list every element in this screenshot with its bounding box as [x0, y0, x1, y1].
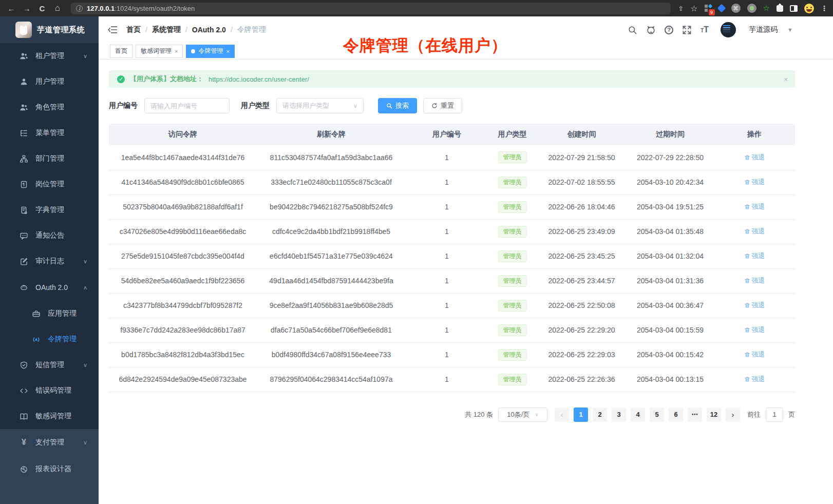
force-logout-label: 强退 — [752, 350, 765, 359]
sidebar-item-department[interactable]: 部门管理 — [0, 146, 99, 171]
breadcrumb-system[interactable]: 系统管理 — [152, 25, 181, 34]
sidebar-item-dict[interactable]: 字典管理 — [0, 197, 99, 223]
back-icon[interactable]: ← — [5, 2, 17, 14]
table-header-row: 访问令牌 刷新令牌 用户编号 用户类型 创建时间 过期时间 操作 — [109, 124, 795, 145]
created-at-cell: 2022-06-25 23:49:09 — [537, 219, 627, 244]
sidebar-item-user[interactable]: 用户管理 — [0, 69, 99, 94]
page-size-select[interactable]: 10条/页 ∨ — [498, 408, 547, 422]
breadcrumb-home[interactable]: 首页 — [126, 25, 141, 34]
profile-emoji-icon[interactable] — [804, 4, 814, 13]
sidebar-item-sms[interactable]: 短信管理 ∨ — [0, 352, 99, 378]
force-logout-button[interactable]: 强退 — [744, 153, 765, 162]
user-id-cell: 1 — [406, 268, 488, 293]
close-icon[interactable]: × — [175, 48, 178, 54]
breadcrumb-oauth[interactable]: OAuth 2.0 — [192, 26, 226, 34]
force-logout-button[interactable]: 强退 — [744, 350, 765, 359]
sidebar-logo[interactable]: 芋道管理系统 — [0, 16, 99, 43]
github-icon[interactable] — [646, 25, 656, 35]
puzzle-extension-icon[interactable] — [777, 5, 783, 12]
sidebar-item-post[interactable]: 岗位管理 — [0, 171, 99, 197]
more-pages-button[interactable]: ⋯ — [688, 408, 702, 422]
username[interactable]: 芋道源码 — [749, 25, 778, 34]
page-button-3[interactable]: 3 — [612, 408, 626, 422]
chevron-down-icon[interactable]: ▼ — [787, 27, 793, 33]
tab-home[interactable]: 首页 — [110, 45, 132, 58]
command-extension-icon[interactable]: ⌘ — [731, 4, 741, 13]
kebab-menu-icon[interactable]: ⋮ — [821, 4, 828, 12]
sidebar-item-pay[interactable]: ¥ 支付管理 ∨ — [0, 429, 99, 456]
force-logout-button[interactable]: 强退 — [744, 325, 765, 335]
sidebar-item-tenant[interactable]: 租户管理 ∨ — [0, 43, 99, 69]
sidebar-item-oauth-app[interactable]: 应用管理 — [0, 301, 99, 326]
sidebar-item-menu[interactable]: 菜单管理 — [0, 120, 99, 146]
access-token-cell: b0d1785bc3a8482f812db4a3f3bd15ec — [109, 342, 257, 367]
action-cell: 强退 — [714, 219, 795, 244]
side-panel-icon[interactable] — [790, 5, 798, 12]
sidebar-item-report-designer[interactable]: 报表设计器 — [0, 456, 99, 482]
sidebar-item-oauth-token[interactable]: 令牌管理 — [0, 326, 99, 352]
expires-at-cell: 2054-03-04 19:51:25 — [627, 195, 714, 219]
action-cell: 强退 — [714, 342, 795, 367]
gem-extension-icon[interactable] — [717, 4, 726, 13]
page-button-5[interactable]: 5 — [650, 408, 664, 422]
green-star-extension-icon[interactable]: ☆ — [763, 4, 770, 13]
sidebar-item-audit-log[interactable]: 审计日志 ∨ — [0, 248, 99, 274]
prev-page-button[interactable]: ‹ — [555, 408, 569, 422]
avatar[interactable] — [721, 22, 736, 37]
refresh-token-cell: b0df4980ffd34c67a08f9156e4eee733 — [257, 342, 406, 367]
sidebar-fold-icon[interactable] — [108, 25, 118, 35]
doc-link[interactable]: https://doc.iocoder.cn/user-center/ — [209, 75, 309, 83]
sidebar-item-label: 字典管理 — [35, 205, 64, 215]
report-designer-icon — [20, 465, 28, 474]
sidebar-item-label: 审计日志 — [35, 257, 64, 266]
application-icon — [32, 309, 41, 318]
sidebar-item-role[interactable]: 角色管理 — [0, 94, 99, 120]
goto-page-input[interactable] — [766, 408, 783, 422]
search-button[interactable]: 搜索 — [378, 98, 417, 113]
fullscreen-icon[interactable] — [682, 25, 692, 35]
alert-close-icon[interactable]: × — [784, 75, 788, 83]
share-icon[interactable]: ⇧ — [678, 5, 684, 12]
close-icon[interactable]: × — [226, 48, 229, 54]
reload-icon[interactable]: C — [36, 2, 48, 14]
sidebar-item-error-code[interactable]: 错误码管理 — [0, 378, 99, 403]
refresh-token-cell: 8796295f04064c2983414cc54af1097a — [257, 367, 406, 392]
sidebar-item-oauth[interactable]: OAuth 2.0 ∧ — [0, 274, 99, 301]
page-button-4[interactable]: 4 — [631, 408, 645, 422]
created-at-cell: 2022-06-25 23:45:25 — [537, 244, 627, 268]
force-logout-button[interactable]: 强退 — [744, 178, 765, 187]
search-icon[interactable] — [628, 25, 637, 35]
user-type-badge: 管理员 — [498, 324, 527, 336]
force-logout-button[interactable]: 强退 — [744, 227, 765, 236]
tab-sensitive-words[interactable]: 敏感词管理 × — [136, 45, 183, 58]
force-logout-button[interactable]: 强退 — [744, 251, 765, 261]
sidebar-item-label: 通知公告 — [35, 231, 64, 240]
tab-token-management[interactable]: 令牌管理 × — [186, 45, 234, 58]
help-icon[interactable]: ? — [665, 26, 673, 34]
recorder-extension-icon[interactable] — [747, 4, 756, 13]
reset-button[interactable]: 重置 — [423, 98, 462, 113]
page-button-2[interactable]: 2 — [593, 408, 607, 422]
user-type-cell: 管理员 — [488, 268, 537, 293]
force-logout-button[interactable]: 强退 — [744, 301, 765, 310]
page-button-6[interactable]: 6 — [669, 408, 683, 422]
force-logout-button[interactable]: 强退 — [744, 276, 765, 285]
bookmark-star-icon[interactable]: ☆ — [690, 4, 697, 13]
force-logout-button[interactable]: 强退 — [744, 375, 765, 384]
font-size-icon[interactable]: TT — [701, 25, 709, 34]
force-logout-button[interactable]: 强退 — [744, 202, 765, 211]
extension-grid-icon[interactable]: 9 — [705, 5, 712, 12]
user-type-select[interactable]: 请选择用户类型 ∨ — [276, 98, 364, 113]
page-button-1[interactable]: 1 — [574, 408, 588, 422]
sidebar-item-sensitive-words[interactable]: 敏感词管理 — [0, 403, 99, 429]
home-icon[interactable]: ⌂ — [51, 2, 64, 14]
user-id-input[interactable] — [144, 98, 230, 113]
force-logout-label: 强退 — [752, 202, 765, 211]
sidebar-item-notice[interactable]: 通知公告 — [0, 223, 99, 248]
next-page-button[interactable]: › — [726, 408, 740, 422]
site-info-icon[interactable]: i — [76, 5, 83, 12]
page-button-12[interactable]: 12 — [707, 408, 721, 422]
forward-icon[interactable]: → — [21, 2, 33, 14]
menu-tree-icon — [20, 129, 28, 138]
address-bar[interactable]: i 127.0.0.1:1024/system/oauth2/token — [71, 3, 671, 14]
